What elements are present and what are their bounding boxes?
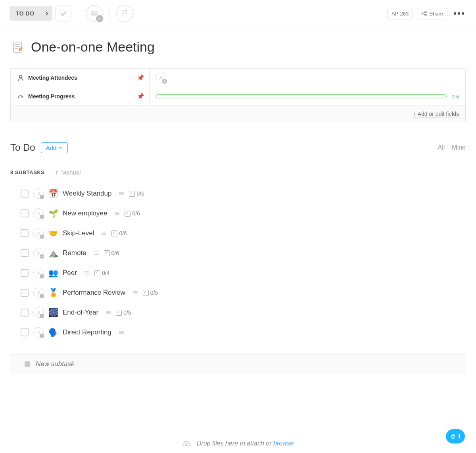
- subtask-emoji-icon: 🌱: [48, 209, 58, 218]
- subtask-emoji-icon: 👥: [48, 268, 58, 278]
- subtask-row[interactable]: 🌱New employee0/6: [10, 203, 466, 223]
- person-icon: [17, 74, 24, 81]
- filter-all[interactable]: All: [438, 144, 445, 151]
- subtask-emoji-icon: 🎆: [48, 308, 58, 317]
- subtask-checkbox[interactable]: [21, 249, 29, 257]
- drag-handle-icon[interactable]: [114, 211, 120, 215]
- subtask-checkbox[interactable]: [21, 269, 29, 277]
- pin-icon[interactable]: 📌: [137, 74, 144, 81]
- subtask-title[interactable]: Remote: [63, 249, 86, 257]
- subtask-assignee-icon[interactable]: [33, 307, 44, 318]
- checklist-count-label: 0/6: [136, 190, 144, 197]
- subtask-title[interactable]: New employee: [63, 209, 107, 217]
- field-attendees: Meeting Attendees 📌: [11, 69, 465, 87]
- subtask-checklist-count[interactable]: 0/6: [125, 210, 140, 217]
- subtask-checkbox[interactable]: [21, 190, 29, 198]
- subtask-title[interactable]: Direct Reporting: [63, 328, 111, 336]
- subtask-checklist-count[interactable]: 0/6: [111, 230, 127, 236]
- subtask-row[interactable]: 🤝Skip-Level0/6: [10, 223, 466, 243]
- share-button[interactable]: Share: [417, 8, 447, 19]
- subtask-checklist-count[interactable]: 0/5: [143, 290, 158, 296]
- drag-handle-icon[interactable]: [132, 291, 138, 295]
- toolbar-left: TO DO +: [10, 5, 134, 22]
- svg-point-11: [38, 251, 39, 253]
- subtask-row[interactable]: 🎆End-of-Year0/5: [10, 303, 466, 322]
- toolbar-right: AP-263 Share: [387, 8, 466, 19]
- subtask-title[interactable]: Weekly Standup: [63, 190, 111, 198]
- subtask-assignee-icon[interactable]: [33, 268, 44, 278]
- subtask-row[interactable]: 🗣️Direct Reporting: [10, 322, 466, 342]
- subtask-assignee-icon[interactable]: [33, 188, 44, 199]
- subtask-title[interactable]: End-of-Year: [63, 309, 98, 317]
- attendee-placeholder-icon[interactable]: [156, 73, 166, 83]
- checklist-icon: [125, 211, 131, 217]
- subtask-title[interactable]: Performance Review: [63, 289, 125, 297]
- subtask-title[interactable]: Peer: [63, 269, 77, 277]
- drag-handle-icon[interactable]: [106, 311, 111, 315]
- subtask-assignee-icon[interactable]: [33, 228, 44, 238]
- subtask-assignee-icon[interactable]: [33, 288, 44, 298]
- todo-heading: To Do: [10, 142, 35, 153]
- svg-point-6: [19, 75, 22, 78]
- checklist-count-label: 0/4: [102, 270, 109, 276]
- subtask-row[interactable]: ⛰️Remote0/6: [10, 243, 466, 263]
- subtask-checklist-count[interactable]: 0/6: [129, 190, 144, 197]
- add-people-button[interactable]: +: [86, 5, 103, 22]
- subtask-checkbox[interactable]: [21, 289, 29, 297]
- more-menu-button[interactable]: [451, 10, 466, 17]
- plus-badge-icon: +: [96, 15, 103, 22]
- field-progress-label: Meeting Progress: [28, 93, 75, 100]
- drag-handle-icon[interactable]: [119, 330, 124, 334]
- field-attendees-label: Meeting Attendees: [28, 75, 77, 81]
- add-edit-fields-link[interactable]: + Add or edit fields: [413, 111, 459, 117]
- subtask-checklist-count[interactable]: 0/4: [94, 270, 109, 276]
- progress-percent: 0%: [451, 94, 459, 100]
- complete-check-button[interactable]: [56, 6, 71, 21]
- subtask-checkbox[interactable]: [21, 229, 29, 237]
- svg-point-4: [425, 14, 426, 16]
- subtask-assignee-icon[interactable]: [33, 248, 44, 258]
- checklist-icon: [111, 230, 117, 236]
- subtask-assignee-icon[interactable]: [33, 327, 44, 338]
- subtask-checklist-count[interactable]: 0/5: [116, 309, 131, 316]
- progress-bar[interactable]: [156, 94, 447, 98]
- subtask-checklist-count[interactable]: 0/6: [104, 250, 119, 256]
- status-label: TO DO: [10, 6, 41, 21]
- drag-handle-icon[interactable]: [101, 231, 107, 235]
- new-subtask-status-icon: [25, 361, 30, 367]
- svg-point-13: [38, 291, 39, 293]
- filter-mine[interactable]: Mine: [452, 144, 466, 151]
- subtask-title[interactable]: Skip-Level: [63, 229, 94, 237]
- field-progress-value[interactable]: 0%: [150, 87, 465, 106]
- gauge-icon: [17, 93, 24, 100]
- sort-control[interactable]: Manual: [55, 169, 81, 176]
- subtask-checkbox[interactable]: [21, 309, 29, 317]
- task-ref-badge[interactable]: AP-263: [387, 8, 413, 19]
- page-title[interactable]: One-on-one Meeting: [31, 39, 155, 55]
- status-button[interactable]: TO DO: [10, 6, 52, 21]
- status-caret-icon[interactable]: [41, 8, 52, 19]
- add-dropdown[interactable]: Add: [41, 142, 68, 153]
- checklist-count-label: 0/5: [123, 309, 131, 316]
- subtask-row[interactable]: 📅Weekly Standup0/6: [10, 184, 466, 203]
- svg-point-14: [38, 311, 39, 313]
- drag-handle-icon[interactable]: [84, 271, 90, 275]
- subtask-row[interactable]: 👥Peer0/4: [10, 263, 466, 283]
- drag-handle-icon[interactable]: [119, 192, 124, 196]
- document-icon: [10, 40, 25, 55]
- arrow-up-icon: [55, 170, 59, 175]
- subtask-checkbox[interactable]: [21, 328, 29, 336]
- new-subtask-input[interactable]: [36, 360, 466, 368]
- pin-icon[interactable]: 📌: [137, 93, 144, 100]
- checklist-icon: [104, 250, 110, 256]
- subtask-assignee-icon[interactable]: [33, 208, 44, 219]
- subtask-checkbox[interactable]: [21, 209, 29, 217]
- subtask-row[interactable]: 🏅Performance Review0/5: [10, 283, 466, 303]
- share-icon: [421, 11, 427, 16]
- checklist-count-label: 0/6: [119, 230, 127, 236]
- new-subtask-row[interactable]: [10, 354, 466, 374]
- add-flag-button[interactable]: [116, 5, 134, 22]
- field-progress-label-cell: Meeting Progress 📌: [11, 87, 150, 106]
- field-attendees-value[interactable]: [150, 69, 465, 87]
- drag-handle-icon[interactable]: [94, 251, 99, 255]
